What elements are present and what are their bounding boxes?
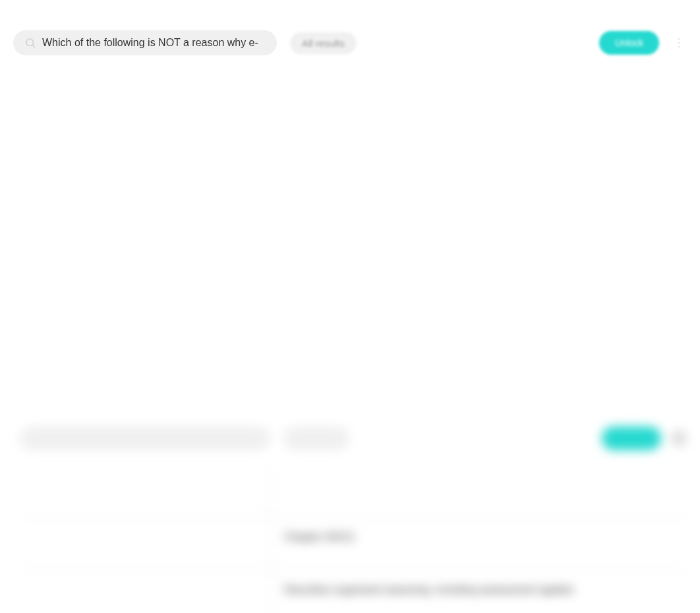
blurred-content: Chapter 4/5/13 Describes organized reaso… (0, 66, 700, 613)
filter-dropdown[interactable]: All results (290, 32, 357, 54)
answer-cell: Chapter 4/5/13 (271, 531, 687, 543)
table-row: Describes organized reasoning, including… (20, 570, 687, 613)
column-divider (270, 518, 271, 570)
search-input[interactable] (42, 37, 266, 49)
answer-cell: Describes organized reasoning, including… (271, 584, 687, 596)
menu-icon[interactable] (671, 35, 687, 51)
svg-point-4 (678, 45, 680, 47)
unlock-button[interactable]: Unlock (599, 31, 659, 55)
svg-line-1 (32, 45, 34, 47)
svg-point-3 (678, 42, 680, 44)
table-row (20, 465, 687, 517)
search-container[interactable] (13, 30, 277, 55)
svg-point-2 (678, 38, 680, 40)
top-bar: All results Unlock (0, 30, 700, 56)
column-divider (270, 465, 271, 517)
search-icon (24, 36, 37, 49)
qa-table: Chapter 4/5/13 Describes organized reaso… (20, 425, 687, 613)
table-row: Chapter 4/5/13 (20, 517, 687, 570)
svg-point-0 (26, 39, 34, 46)
